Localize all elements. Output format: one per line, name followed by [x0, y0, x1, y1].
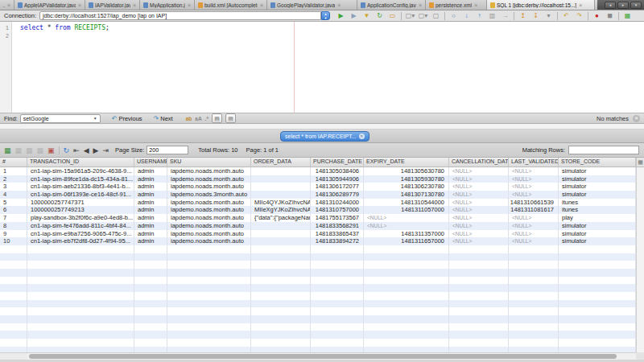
cell-purchase_date[interactable]: 1481755173567 — [311, 214, 364, 222]
cell-store_code[interactable]: play — [559, 214, 636, 222]
cell-row-number[interactable]: 1 — [0, 167, 27, 175]
next-bookmark-icon[interactable]: ↧ — [531, 11, 540, 20]
toggle-bookmark-icon[interactable]: ▾ — [544, 11, 553, 20]
close-tab-icon[interactable]: × — [337, 2, 341, 8]
options-dropdown-icon[interactable]: ▢ — [431, 11, 440, 20]
cell-last_validated[interactable]: 1481310661539 — [509, 199, 559, 207]
cell-transaction_id[interactable]: cn1-iap-sim-aeb21336-8bf3-4e41-b... — [27, 183, 134, 191]
cell-last_validated[interactable]: 1481311081617 — [509, 206, 559, 214]
last-page-icon[interactable]: ⇥ — [103, 146, 109, 155]
refresh-icon[interactable]: ↻ — [375, 11, 384, 20]
cell-username[interactable]: admin — [134, 175, 167, 183]
column-header-sku[interactable]: SKU — [167, 158, 251, 167]
commit-icon[interactable]: ▦ — [26, 146, 33, 155]
cell-order_data[interactable] — [251, 222, 311, 230]
horizontal-scrollbar[interactable] — [27, 352, 636, 360]
cell-expiry_date[interactable]: <NULL> — [364, 222, 449, 230]
column-header-cancellation_date[interactable]: CANCELLATION_DATE — [449, 158, 509, 167]
cell-expiry_date[interactable]: <NULL> — [364, 214, 449, 222]
cell-row-number[interactable]: 7 — [0, 214, 27, 222]
column-header-store_code[interactable]: STORE_CODE — [559, 158, 636, 167]
cell-order_data[interactable] — [251, 167, 311, 175]
cell-expiry_date[interactable]: 1481305930780 — [364, 175, 449, 183]
highlight-results-icon[interactable]: ab — [186, 116, 192, 121]
cell-store_code[interactable]: simulator — [559, 183, 636, 191]
close-tab-icon[interactable]: × — [78, 2, 81, 8]
cell-cancellation_date[interactable]: <NULL> — [449, 206, 509, 214]
horizontal-scrollbar-thumb[interactable] — [29, 354, 617, 359]
column-header-order_data[interactable]: ORDER_DATA — [251, 158, 311, 167]
refresh-icon[interactable]: ↻ — [64, 146, 70, 155]
cell-username[interactable]: admin — [134, 206, 167, 214]
cell-last_validated[interactable]: <NULL> — [509, 191, 559, 199]
cell-purchase_date[interactable]: 1481833568291 — [311, 222, 364, 230]
cell-purchase_date[interactable]: 1481310757000 — [311, 206, 364, 214]
forward-icon[interactable]: ↷ — [575, 11, 584, 20]
cell-row-number[interactable]: 2 — [0, 175, 27, 183]
file-tab-myapplication-java[interactable]: MyApplication.java× — [140, 0, 195, 10]
column-header-transaction_id[interactable]: TRANSACTION_ID — [27, 158, 134, 167]
cell-transaction_id[interactable]: cn1-iap-sim-15a961a5-209c-4638-9... — [27, 167, 134, 175]
run-statement-icon[interactable]: ▶ — [349, 11, 358, 20]
insert-dropdown-icon[interactable]: ▢▾ — [406, 11, 415, 20]
cell-purchase_date[interactable]: 1481306289779 — [311, 191, 364, 199]
column-header-last_validated[interactable]: LAST_VALIDATED — [509, 158, 559, 167]
record-macro-icon[interactable]: ● — [592, 11, 601, 20]
cell-username[interactable]: admin — [134, 183, 167, 191]
cell-last_validated[interactable]: <NULL> — [509, 237, 559, 245]
cell-last_validated[interactable]: <NULL> — [509, 230, 559, 238]
page-size-input[interactable] — [147, 146, 188, 154]
combo-stepper-icon[interactable]: ▲▼ — [321, 11, 330, 20]
column-header-username[interactable]: USERNAME — [134, 158, 167, 167]
previous-bookmark-icon[interactable]: ↥ — [518, 11, 527, 20]
close-tab-icon[interactable]: × — [133, 2, 136, 8]
cell-sku[interactable]: iapdemo.noads.month.auto — [167, 214, 251, 222]
cell-last_validated[interactable]: <NULL> — [509, 222, 559, 230]
stop-macro-icon[interactable]: ◼ — [605, 11, 614, 20]
cell-expiry_date[interactable]: 1481310544000 — [364, 199, 449, 207]
cell-row-number[interactable]: 3 — [0, 183, 27, 191]
close-results-tab-icon[interactable]: ✕ — [359, 134, 365, 139]
cell-store_code[interactable]: simulator — [559, 222, 636, 230]
cell-store_code[interactable]: simulator — [559, 175, 636, 183]
file-tab-persistence-xml[interactable]: persistence.xml× — [426, 0, 487, 10]
cell-last_validated[interactable]: <NULL> — [509, 175, 559, 183]
cell-username[interactable]: admin — [134, 230, 167, 238]
find-icon[interactable]: ○ — [449, 11, 458, 20]
cell-cancellation_date[interactable]: <NULL> — [449, 237, 509, 245]
column-header-expiry_date[interactable]: EXPIRY_DATE — [364, 158, 449, 167]
cell-username[interactable]: admin — [134, 167, 167, 175]
file-tab--tor[interactable]: ...tor× — [0, 0, 14, 10]
cell-store_code[interactable]: simulator — [559, 237, 636, 245]
cell-username[interactable]: admin — [134, 214, 167, 222]
cell-sku[interactable]: iapdemo.noads.month.auto — [167, 175, 251, 183]
close-tab-icon[interactable]: × — [474, 2, 477, 8]
file-tab-iapvalidator-java[interactable]: IAPValidator.java× — [85, 0, 140, 10]
cell-username[interactable]: admin — [134, 191, 167, 199]
cell-transaction_id[interactable]: cn1-iap-sim-eb7f2df8-0d27-4f94-95... — [27, 237, 134, 245]
cell-row-number[interactable]: 5 — [0, 199, 27, 207]
find-previous-icon[interactable]: ↑ — [475, 11, 484, 20]
vertical-scrollbar[interactable] — [636, 167, 644, 352]
cell-cancellation_date[interactable]: <NULL> — [449, 167, 509, 175]
cell-last_validated[interactable]: <NULL> — [509, 214, 559, 222]
cell-purchase_date[interactable]: 1481833865437 — [311, 230, 364, 238]
sql-code[interactable]: select * from RECEIPTS; — [20, 24, 109, 40]
cell-order_data[interactable] — [251, 191, 311, 199]
cell-store_code[interactable]: itunes — [559, 199, 636, 207]
cell-cancellation_date[interactable]: <NULL> — [449, 230, 509, 238]
results-tab[interactable]: select * from IAP.RECEIPT... ✕ — [280, 131, 369, 142]
cell-username[interactable]: admin — [134, 199, 167, 207]
column-header-purchase_date[interactable]: PURCHASE_DATE — [311, 158, 364, 167]
cell-expiry_date[interactable]: 1481307130780 — [364, 191, 449, 199]
cell-order_data[interactable]: MIIc4QYJKoZIhvcNAQc... — [251, 199, 311, 207]
cell-cancellation_date[interactable]: <NULL> — [449, 175, 509, 183]
cell-order_data[interactable] — [251, 175, 311, 183]
cell-transaction_id[interactable]: play-sandbox-3b2f0f6c-a9e0-4ed8-b... — [27, 214, 134, 222]
cell-row-number[interactable]: 6 — [0, 206, 27, 214]
file-tab-googleplayvalidator-java[interactable]: GooglePlayValidator.java× — [267, 0, 357, 10]
close-tab-icon[interactable]: × — [419, 2, 422, 8]
find-next-button[interactable]: ↷ Next — [154, 115, 173, 122]
connection-combobox[interactable]: jdbc:derby://localhost:1527/iap_demo [ia… — [39, 11, 321, 20]
sql-history-icon[interactable]: ▼ — [362, 11, 371, 20]
